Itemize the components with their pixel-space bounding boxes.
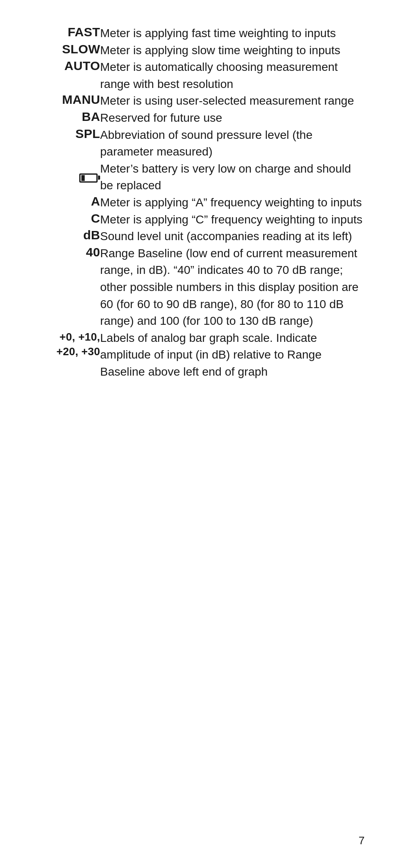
definition-spl: Abbreviation of sound pressure level (th… xyxy=(100,127,365,161)
definition-manu: Meter is using user-selected measurement… xyxy=(100,93,365,110)
list-item: dB Sound level unit (accompanies reading… xyxy=(33,228,365,245)
list-item: 40 Range Baseline (low end of current me… xyxy=(33,245,365,330)
page-content: FAST Meter is applying fast time weighti… xyxy=(0,0,398,414)
definition-fast: Meter is applying fast time weighting to… xyxy=(100,25,365,42)
battery-icon xyxy=(79,173,100,183)
battery-tip xyxy=(98,176,100,180)
term-battery xyxy=(33,161,100,194)
term-fast: FAST xyxy=(33,25,100,42)
battery-body xyxy=(79,173,98,183)
term-spl: SPL xyxy=(33,127,100,161)
definition-40: Range Baseline (low end of current measu… xyxy=(100,245,365,330)
term-40: 40 xyxy=(33,245,100,330)
term-auto: AUTO xyxy=(33,59,100,93)
term-ba: BA xyxy=(33,110,100,127)
definition-auto: Meter is automatically choosing measurem… xyxy=(100,59,365,93)
list-item: BA Reserved for future use xyxy=(33,110,365,127)
term-a: A xyxy=(33,194,100,211)
term-c: C xyxy=(33,211,100,228)
glossary-table: FAST Meter is applying fast time weighti… xyxy=(33,25,365,380)
definition-slow: Meter is applying slow time weighting to… xyxy=(100,42,365,59)
list-item: A Meter is applying “A” frequency weight… xyxy=(33,194,365,211)
term-bargraph: +0, +10, +20, +30 xyxy=(33,330,100,381)
battery-fill xyxy=(81,175,85,181)
list-item: MANU Meter is using user-selected measur… xyxy=(33,93,365,110)
list-item: AUTO Meter is automatically choosing mea… xyxy=(33,59,365,93)
list-item: SPL Abbreviation of sound pressure level… xyxy=(33,127,365,161)
list-item: FAST Meter is applying fast time weighti… xyxy=(33,25,365,42)
term-slow: SLOW xyxy=(33,42,100,59)
definition-db: Sound level unit (accompanies reading at… xyxy=(100,228,365,245)
list-item: Meter’s battery is very low on charge an… xyxy=(33,161,365,194)
definition-battery: Meter’s battery is very low on charge an… xyxy=(100,161,365,194)
list-item: +0, +10, +20, +30 Labels of analog bar g… xyxy=(33,330,365,381)
page-number: 7 xyxy=(359,834,365,847)
definition-ba: Reserved for future use xyxy=(100,110,365,127)
term-db: dB xyxy=(33,228,100,245)
term-manu: MANU xyxy=(33,93,100,110)
definition-a: Meter is applying “A” frequency weightin… xyxy=(100,194,365,211)
definition-c: Meter is applying “C” frequency weightin… xyxy=(100,211,365,228)
list-item: SLOW Meter is applying slow time weighti… xyxy=(33,42,365,59)
definition-bargraph: Labels of analog bar graph scale. Indica… xyxy=(100,330,365,381)
list-item: C Meter is applying “C” frequency weight… xyxy=(33,211,365,228)
